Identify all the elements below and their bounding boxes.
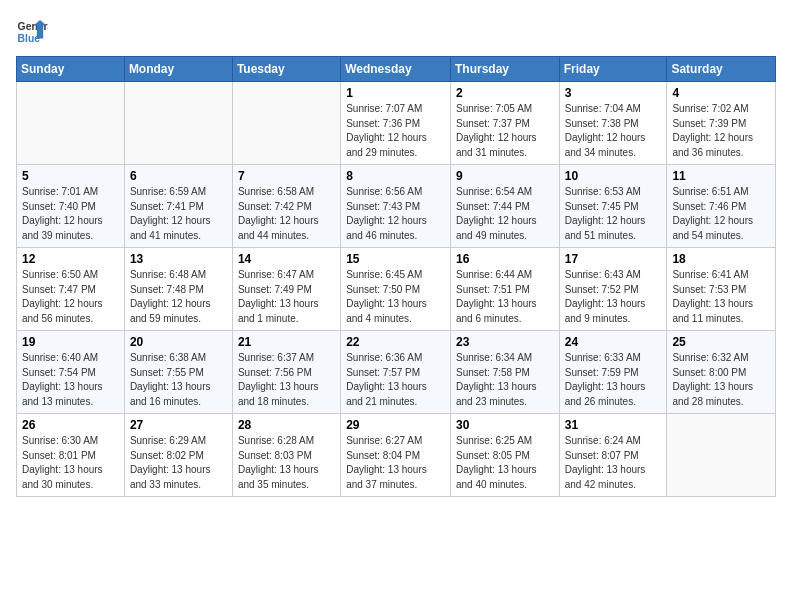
day-detail: Sunrise: 6:33 AM Sunset: 7:59 PM Dayligh… xyxy=(565,351,662,409)
calendar-cell xyxy=(232,82,340,165)
day-detail: Sunrise: 6:59 AM Sunset: 7:41 PM Dayligh… xyxy=(130,185,227,243)
col-header-monday: Monday xyxy=(124,57,232,82)
day-number: 22 xyxy=(346,335,445,349)
day-number: 9 xyxy=(456,169,554,183)
calendar-cell xyxy=(17,82,125,165)
col-header-sunday: Sunday xyxy=(17,57,125,82)
day-detail: Sunrise: 6:34 AM Sunset: 7:58 PM Dayligh… xyxy=(456,351,554,409)
day-number: 10 xyxy=(565,169,662,183)
day-number: 13 xyxy=(130,252,227,266)
day-detail: Sunrise: 6:54 AM Sunset: 7:44 PM Dayligh… xyxy=(456,185,554,243)
day-number: 27 xyxy=(130,418,227,432)
calendar-cell: 4Sunrise: 7:02 AM Sunset: 7:39 PM Daylig… xyxy=(667,82,776,165)
calendar-cell: 5Sunrise: 7:01 AM Sunset: 7:40 PM Daylig… xyxy=(17,165,125,248)
calendar-cell: 30Sunrise: 6:25 AM Sunset: 8:05 PM Dayli… xyxy=(450,414,559,497)
day-detail: Sunrise: 7:07 AM Sunset: 7:36 PM Dayligh… xyxy=(346,102,445,160)
calendar-cell: 17Sunrise: 6:43 AM Sunset: 7:52 PM Dayli… xyxy=(559,248,667,331)
calendar-cell: 12Sunrise: 6:50 AM Sunset: 7:47 PM Dayli… xyxy=(17,248,125,331)
day-detail: Sunrise: 6:56 AM Sunset: 7:43 PM Dayligh… xyxy=(346,185,445,243)
col-header-saturday: Saturday xyxy=(667,57,776,82)
day-detail: Sunrise: 6:24 AM Sunset: 8:07 PM Dayligh… xyxy=(565,434,662,492)
day-detail: Sunrise: 6:43 AM Sunset: 7:52 PM Dayligh… xyxy=(565,268,662,326)
page-header: General Blue xyxy=(16,16,776,48)
day-number: 29 xyxy=(346,418,445,432)
day-detail: Sunrise: 6:37 AM Sunset: 7:56 PM Dayligh… xyxy=(238,351,335,409)
day-number: 2 xyxy=(456,86,554,100)
day-detail: Sunrise: 6:51 AM Sunset: 7:46 PM Dayligh… xyxy=(672,185,770,243)
day-detail: Sunrise: 6:48 AM Sunset: 7:48 PM Dayligh… xyxy=(130,268,227,326)
day-number: 16 xyxy=(456,252,554,266)
calendar-cell: 28Sunrise: 6:28 AM Sunset: 8:03 PM Dayli… xyxy=(232,414,340,497)
day-number: 28 xyxy=(238,418,335,432)
calendar-cell: 23Sunrise: 6:34 AM Sunset: 7:58 PM Dayli… xyxy=(450,331,559,414)
logo: General Blue xyxy=(16,16,48,48)
calendar-cell: 10Sunrise: 6:53 AM Sunset: 7:45 PM Dayli… xyxy=(559,165,667,248)
day-detail: Sunrise: 6:36 AM Sunset: 7:57 PM Dayligh… xyxy=(346,351,445,409)
day-number: 30 xyxy=(456,418,554,432)
calendar-cell: 15Sunrise: 6:45 AM Sunset: 7:50 PM Dayli… xyxy=(341,248,451,331)
day-detail: Sunrise: 6:50 AM Sunset: 7:47 PM Dayligh… xyxy=(22,268,119,326)
day-number: 20 xyxy=(130,335,227,349)
calendar-cell: 25Sunrise: 6:32 AM Sunset: 8:00 PM Dayli… xyxy=(667,331,776,414)
day-detail: Sunrise: 6:25 AM Sunset: 8:05 PM Dayligh… xyxy=(456,434,554,492)
col-header-thursday: Thursday xyxy=(450,57,559,82)
day-number: 23 xyxy=(456,335,554,349)
day-detail: Sunrise: 7:04 AM Sunset: 7:38 PM Dayligh… xyxy=(565,102,662,160)
calendar-cell: 2Sunrise: 7:05 AM Sunset: 7:37 PM Daylig… xyxy=(450,82,559,165)
calendar-cell: 18Sunrise: 6:41 AM Sunset: 7:53 PM Dayli… xyxy=(667,248,776,331)
calendar-cell: 13Sunrise: 6:48 AM Sunset: 7:48 PM Dayli… xyxy=(124,248,232,331)
day-detail: Sunrise: 7:01 AM Sunset: 7:40 PM Dayligh… xyxy=(22,185,119,243)
calendar-cell: 8Sunrise: 6:56 AM Sunset: 7:43 PM Daylig… xyxy=(341,165,451,248)
calendar-cell: 6Sunrise: 6:59 AM Sunset: 7:41 PM Daylig… xyxy=(124,165,232,248)
calendar-cell: 7Sunrise: 6:58 AM Sunset: 7:42 PM Daylig… xyxy=(232,165,340,248)
col-header-tuesday: Tuesday xyxy=(232,57,340,82)
calendar-cell: 22Sunrise: 6:36 AM Sunset: 7:57 PM Dayli… xyxy=(341,331,451,414)
day-detail: Sunrise: 6:47 AM Sunset: 7:49 PM Dayligh… xyxy=(238,268,335,326)
calendar-cell: 9Sunrise: 6:54 AM Sunset: 7:44 PM Daylig… xyxy=(450,165,559,248)
day-number: 1 xyxy=(346,86,445,100)
day-detail: Sunrise: 7:02 AM Sunset: 7:39 PM Dayligh… xyxy=(672,102,770,160)
day-detail: Sunrise: 6:27 AM Sunset: 8:04 PM Dayligh… xyxy=(346,434,445,492)
calendar-cell: 1Sunrise: 7:07 AM Sunset: 7:36 PM Daylig… xyxy=(341,82,451,165)
calendar-cell: 26Sunrise: 6:30 AM Sunset: 8:01 PM Dayli… xyxy=(17,414,125,497)
calendar-cell: 11Sunrise: 6:51 AM Sunset: 7:46 PM Dayli… xyxy=(667,165,776,248)
calendar-cell: 20Sunrise: 6:38 AM Sunset: 7:55 PM Dayli… xyxy=(124,331,232,414)
day-number: 5 xyxy=(22,169,119,183)
day-number: 12 xyxy=(22,252,119,266)
day-number: 4 xyxy=(672,86,770,100)
calendar-cell: 14Sunrise: 6:47 AM Sunset: 7:49 PM Dayli… xyxy=(232,248,340,331)
day-number: 3 xyxy=(565,86,662,100)
day-number: 24 xyxy=(565,335,662,349)
calendar-cell: 19Sunrise: 6:40 AM Sunset: 7:54 PM Dayli… xyxy=(17,331,125,414)
calendar-cell: 3Sunrise: 7:04 AM Sunset: 7:38 PM Daylig… xyxy=(559,82,667,165)
day-number: 15 xyxy=(346,252,445,266)
col-header-friday: Friday xyxy=(559,57,667,82)
calendar-cell: 31Sunrise: 6:24 AM Sunset: 8:07 PM Dayli… xyxy=(559,414,667,497)
day-number: 6 xyxy=(130,169,227,183)
day-detail: Sunrise: 6:58 AM Sunset: 7:42 PM Dayligh… xyxy=(238,185,335,243)
calendar-cell xyxy=(667,414,776,497)
day-detail: Sunrise: 6:45 AM Sunset: 7:50 PM Dayligh… xyxy=(346,268,445,326)
day-detail: Sunrise: 6:40 AM Sunset: 7:54 PM Dayligh… xyxy=(22,351,119,409)
day-detail: Sunrise: 6:28 AM Sunset: 8:03 PM Dayligh… xyxy=(238,434,335,492)
day-number: 26 xyxy=(22,418,119,432)
day-number: 14 xyxy=(238,252,335,266)
calendar-cell: 24Sunrise: 6:33 AM Sunset: 7:59 PM Dayli… xyxy=(559,331,667,414)
day-number: 31 xyxy=(565,418,662,432)
calendar-cell: 29Sunrise: 6:27 AM Sunset: 8:04 PM Dayli… xyxy=(341,414,451,497)
day-detail: Sunrise: 6:30 AM Sunset: 8:01 PM Dayligh… xyxy=(22,434,119,492)
day-number: 25 xyxy=(672,335,770,349)
day-detail: Sunrise: 6:44 AM Sunset: 7:51 PM Dayligh… xyxy=(456,268,554,326)
calendar-cell: 21Sunrise: 6:37 AM Sunset: 7:56 PM Dayli… xyxy=(232,331,340,414)
calendar-cell xyxy=(124,82,232,165)
day-detail: Sunrise: 7:05 AM Sunset: 7:37 PM Dayligh… xyxy=(456,102,554,160)
calendar-cell: 27Sunrise: 6:29 AM Sunset: 8:02 PM Dayli… xyxy=(124,414,232,497)
calendar-cell: 16Sunrise: 6:44 AM Sunset: 7:51 PM Dayli… xyxy=(450,248,559,331)
day-detail: Sunrise: 6:41 AM Sunset: 7:53 PM Dayligh… xyxy=(672,268,770,326)
day-number: 21 xyxy=(238,335,335,349)
calendar-table: SundayMondayTuesdayWednesdayThursdayFrid… xyxy=(16,56,776,497)
day-detail: Sunrise: 6:29 AM Sunset: 8:02 PM Dayligh… xyxy=(130,434,227,492)
logo-icon: General Blue xyxy=(16,16,48,48)
day-detail: Sunrise: 6:38 AM Sunset: 7:55 PM Dayligh… xyxy=(130,351,227,409)
day-number: 7 xyxy=(238,169,335,183)
